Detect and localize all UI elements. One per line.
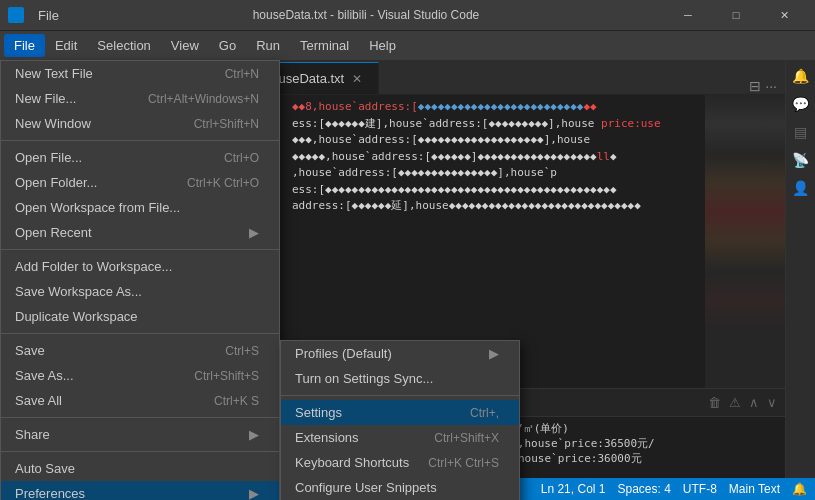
preferences-submenu: Profiles (Default) ▶ Turn on Settings Sy…	[280, 340, 520, 500]
menu-run[interactable]: Run	[246, 34, 290, 57]
editor-line: ◆◆◆,house`address:[◆◆◆◆◆◆◆◆◆◆◆◆◆◆◆◆◆◆◆],…	[292, 132, 697, 149]
more-actions-icon[interactable]: ···	[765, 78, 777, 94]
minimap	[705, 95, 785, 388]
close-button[interactable]: ✕	[761, 0, 807, 30]
menu-duplicate-workspace[interactable]: Duplicate Workspace	[1, 304, 279, 329]
pref-settings-sync[interactable]: Turn on Settings Sync...	[281, 366, 519, 391]
menu-edit[interactable]: Edit	[45, 34, 87, 57]
menu-preferences[interactable]: Preferences ▶	[1, 481, 279, 500]
main-layout: EXPLORER ▶ BILIBILI ▶ OUTLINE ▶ TIMELINE…	[0, 60, 815, 478]
menubar: File Edit Selection View Go Run Terminal…	[0, 30, 815, 60]
menu-new-text-file[interactable]: New Text File Ctrl+N	[1, 61, 279, 86]
pref-sep-1	[281, 395, 519, 396]
file-dropdown-container: New Text File Ctrl+N New File... Ctrl+Al…	[0, 60, 280, 500]
menu-open-folder[interactable]: Open Folder... Ctrl+K Ctrl+O	[1, 170, 279, 195]
editor-line: address:[◆◆◆◆◆◆延],house◆◆◆◆◆◆◆◆◆◆◆◆◆◆◆◆◆…	[292, 198, 697, 215]
pref-extensions[interactable]: Extensions Ctrl+Shift+X	[281, 425, 519, 450]
layout-icon[interactable]: ▤	[790, 120, 811, 144]
broadcast-icon[interactable]: 📡	[788, 148, 813, 172]
menu-auto-save[interactable]: Auto Save	[1, 456, 279, 481]
separator-1	[1, 140, 279, 141]
menu-open-workspace[interactable]: Open Workspace from File...	[1, 195, 279, 220]
terminal-chevron-up-icon[interactable]: ∧	[749, 395, 759, 410]
menu-file[interactable]: File	[4, 34, 45, 57]
preferences-label: Preferences	[15, 486, 241, 500]
menu-go[interactable]: Go	[209, 34, 246, 57]
tab-bar: houseData.txt ✕ ⊟ ···	[248, 60, 785, 95]
pref-keyboard-shortcuts[interactable]: Keyboard Shortcuts Ctrl+K Ctrl+S	[281, 450, 519, 475]
separator-4	[1, 417, 279, 418]
menu-open-recent[interactable]: Open Recent ▶	[1, 220, 279, 245]
menu-save-as[interactable]: Save As... Ctrl+Shift+S	[1, 363, 279, 388]
status-spaces[interactable]: Spaces: 4	[617, 482, 670, 496]
pref-settings[interactable]: Settings Ctrl+,	[281, 400, 519, 425]
window-controls: ─ □ ✕	[665, 0, 807, 30]
tab-icons: ⊟ ···	[741, 78, 785, 94]
editor-line: ess:[◆◆◆◆◆◆建],house`address:[◆◆◆◆◆◆◆◆◆],…	[292, 116, 697, 133]
menu-help[interactable]: Help	[359, 34, 406, 57]
separator-2	[1, 249, 279, 250]
user-icon[interactable]: 👤	[788, 176, 813, 200]
menu-new-window[interactable]: New Window Ctrl+Shift+N	[1, 111, 279, 136]
menu-new-file[interactable]: New File... Ctrl+Alt+Windows+N	[1, 86, 279, 111]
status-bell-icon[interactable]: 🔔	[792, 482, 807, 496]
notifications-icon[interactable]: 🔔	[788, 64, 813, 88]
menu-view[interactable]: View	[161, 34, 209, 57]
editor-line: ◆◆◆◆◆,house`address:[◆◆◆◆◆◆]◆◆◆◆◆◆◆◆◆◆◆◆…	[292, 149, 697, 166]
menu-file-static: File	[30, 8, 67, 23]
editor-line: ess:[◆◆◆◆◆◆◆◆◆◆◆◆◆◆◆◆◆◆◆◆◆◆◆◆◆◆◆◆◆◆◆◆◆◆◆…	[292, 182, 697, 199]
menu-terminal[interactable]: Terminal	[290, 34, 359, 57]
split-editor-icon[interactable]: ⊟	[749, 78, 761, 94]
editor-line: ◆◆8,house`address:[◆◆◆◆◆◆◆◆◆◆◆◆◆◆◆◆◆◆◆◆◆…	[292, 99, 697, 116]
terminal-chevron-down-icon[interactable]: ∨	[767, 395, 777, 410]
right-panel-icons: 🔔 💬 ▤ 📡 👤	[785, 60, 815, 478]
menu-save[interactable]: Save Ctrl+S	[1, 338, 279, 363]
status-language[interactable]: Main Text	[729, 482, 780, 496]
window-title: houseData.txt - bilibili - Visual Studio…	[73, 8, 659, 22]
pref-user-snippets[interactable]: Configure User Snippets	[281, 475, 519, 500]
minimize-button[interactable]: ─	[665, 0, 711, 30]
terminal-warning-icon[interactable]: ⚠	[729, 395, 741, 410]
separator-3	[1, 333, 279, 334]
maximize-button[interactable]: □	[713, 0, 759, 30]
menu-share[interactable]: Share ▶	[1, 422, 279, 447]
status-encoding[interactable]: UTF-8	[683, 482, 717, 496]
pref-profiles[interactable]: Profiles (Default) ▶	[281, 341, 519, 366]
app-icon	[8, 7, 24, 23]
menu-selection[interactable]: Selection	[87, 34, 160, 57]
tab-close-icon[interactable]: ✕	[352, 72, 362, 86]
terminal-trash-icon[interactable]: 🗑	[708, 395, 721, 410]
minimap-content	[705, 95, 785, 388]
separator-5	[1, 451, 279, 452]
status-line-col[interactable]: Ln 21, Col 1	[541, 482, 606, 496]
feedback-icon[interactable]: 💬	[788, 92, 813, 116]
file-dropdown-menu: New Text File Ctrl+N New File... Ctrl+Al…	[0, 60, 280, 500]
menu-open-file[interactable]: Open File... Ctrl+O	[1, 145, 279, 170]
menu-save-workspace-as[interactable]: Save Workspace As...	[1, 279, 279, 304]
status-right: Ln 21, Col 1 Spaces: 4 UTF-8 Main Text 🔔	[541, 482, 807, 496]
menu-add-folder[interactable]: Add Folder to Workspace...	[1, 254, 279, 279]
menu-save-all[interactable]: Save All Ctrl+K S	[1, 388, 279, 413]
titlebar: File houseData.txt - bilibili - Visual S…	[0, 0, 815, 30]
editor-line: ,house`address:[◆◆◆◆◆◆◆◆◆◆◆◆◆◆◆],house`p	[292, 165, 697, 182]
